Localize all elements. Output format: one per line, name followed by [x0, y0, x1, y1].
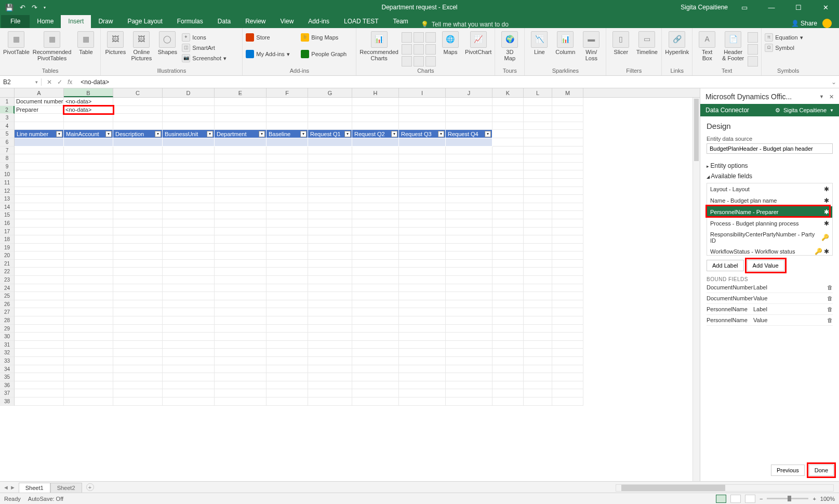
- cell[interactable]: [163, 389, 215, 397]
- cell[interactable]: [267, 106, 308, 114]
- cell[interactable]: [492, 397, 524, 406]
- cell[interactable]: [308, 325, 352, 333]
- row-header[interactable]: 2: [0, 106, 15, 114]
- row-header[interactable]: 26: [0, 300, 15, 309]
- cell[interactable]: [446, 106, 492, 114]
- cell[interactable]: [446, 349, 492, 357]
- cell[interactable]: [308, 114, 352, 122]
- cell[interactable]: [524, 268, 552, 276]
- cell[interactable]: [308, 235, 352, 244]
- add-sheet-button[interactable]: +: [86, 483, 94, 491]
- cell[interactable]: [215, 122, 267, 130]
- tab-team[interactable]: Team: [385, 15, 415, 28]
- table-header-requestq4[interactable]: Request Q4▾: [446, 130, 492, 138]
- cell[interactable]: [492, 308, 524, 316]
- cell[interactable]: [399, 98, 446, 106]
- column-header-L[interactable]: L: [524, 88, 552, 97]
- cell[interactable]: [308, 284, 352, 293]
- cell[interactable]: [113, 268, 163, 276]
- fx-icon[interactable]: fx: [68, 78, 72, 86]
- cell[interactable]: [552, 228, 583, 236]
- cell[interactable]: [399, 397, 446, 406]
- cell[interactable]: [446, 284, 492, 293]
- cell[interactable]: [399, 219, 446, 228]
- cell[interactable]: [113, 308, 163, 316]
- cell[interactable]: [552, 138, 583, 147]
- cell[interactable]: [163, 244, 215, 252]
- cell[interactable]: [446, 325, 492, 333]
- table-row[interactable]: [352, 138, 399, 147]
- table-header-mainaccount[interactable]: MainAccount▾: [64, 130, 113, 138]
- cell[interactable]: [113, 333, 163, 341]
- cell[interactable]: [163, 341, 215, 349]
- column-header-C[interactable]: C: [113, 88, 163, 97]
- cell[interactable]: [446, 203, 492, 211]
- cell[interactable]: [215, 187, 267, 195]
- cell[interactable]: [399, 365, 446, 374]
- cell[interactable]: [446, 122, 492, 130]
- header-footer-button[interactable]: 📄Header & Footer: [722, 31, 744, 61]
- cell[interactable]: [524, 333, 552, 341]
- row-header[interactable]: 32: [0, 349, 15, 357]
- cell[interactable]: [113, 276, 163, 284]
- tab-formulas[interactable]: Formulas: [170, 15, 210, 28]
- cell[interactable]: [446, 373, 492, 381]
- cell[interactable]: [552, 397, 583, 406]
- field-item[interactable]: ResponsibilityCenterPartyNumber - Party …: [707, 229, 832, 246]
- cell[interactable]: [113, 316, 163, 325]
- row-header[interactable]: 33: [0, 357, 15, 365]
- cell[interactable]: [113, 284, 163, 293]
- cell[interactable]: [113, 179, 163, 187]
- cell[interactable]: [552, 211, 583, 219]
- icons-button[interactable]: ✦Icons: [182, 33, 239, 42]
- cell[interactable]: [524, 381, 552, 390]
- cell[interactable]: [552, 284, 583, 293]
- cell[interactable]: [399, 373, 446, 381]
- tab-draw[interactable]: Draw: [91, 15, 120, 28]
- cell[interactable]: [267, 211, 308, 219]
- cell[interactable]: [163, 154, 215, 163]
- cell[interactable]: [267, 292, 308, 300]
- table-header-linenumber[interactable]: Line number▾: [15, 130, 64, 138]
- cell[interactable]: [113, 187, 163, 195]
- row-header[interactable]: 24: [0, 284, 15, 293]
- cell[interactable]: [524, 244, 552, 252]
- entity-options-section[interactable]: Entity options: [707, 162, 833, 169]
- cell[interactable]: [399, 276, 446, 284]
- row-header[interactable]: 17: [0, 228, 15, 236]
- cell[interactable]: [446, 244, 492, 252]
- cell[interactable]: [524, 292, 552, 300]
- cell[interactable]: [352, 316, 399, 325]
- row-header[interactable]: 1: [0, 98, 15, 106]
- row-header[interactable]: 12: [0, 187, 15, 195]
- tab-pagelayout[interactable]: Page Layout: [120, 15, 169, 28]
- cell[interactable]: [163, 373, 215, 381]
- cell[interactable]: [352, 187, 399, 195]
- cancel-formula-icon[interactable]: ✕: [47, 78, 52, 86]
- row-header[interactable]: 16: [0, 219, 15, 228]
- row-header[interactable]: 3: [0, 114, 15, 122]
- cell[interactable]: [267, 251, 308, 260]
- cell[interactable]: [64, 357, 113, 365]
- cell[interactable]: [163, 203, 215, 211]
- cell[interactable]: [492, 179, 524, 187]
- cell[interactable]: [113, 98, 163, 106]
- cell[interactable]: [446, 300, 492, 309]
- cell[interactable]: [215, 170, 267, 179]
- cell[interactable]: [113, 195, 163, 203]
- view-normal-button[interactable]: [716, 495, 726, 503]
- sheet-tab-sheet2[interactable]: Sheet2: [50, 483, 82, 493]
- cell[interactable]: [399, 260, 446, 268]
- cell[interactable]: [15, 187, 64, 195]
- cell[interactable]: [163, 106, 215, 114]
- column-header-D[interactable]: D: [163, 88, 215, 97]
- cell[interactable]: [113, 235, 163, 244]
- view-pagebreak-button[interactable]: [745, 495, 755, 503]
- textbox-button[interactable]: AText Box: [696, 31, 718, 61]
- cell[interactable]: [492, 219, 524, 228]
- cell[interactable]: [352, 381, 399, 390]
- taskpane-close-icon[interactable]: ✕: [829, 94, 834, 100]
- cell[interactable]: [308, 244, 352, 252]
- cell[interactable]: [524, 98, 552, 106]
- cell[interactable]: [552, 325, 583, 333]
